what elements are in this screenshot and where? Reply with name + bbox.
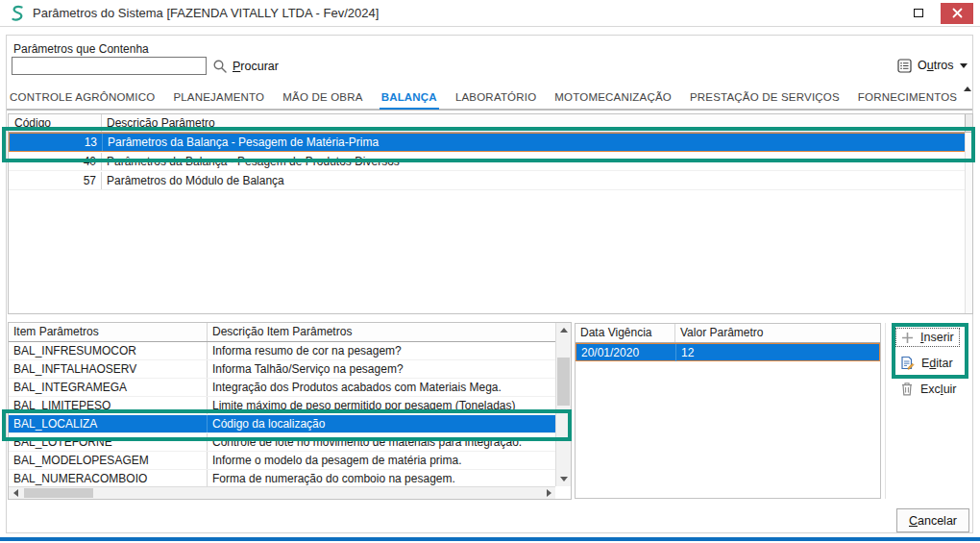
vertical-scrollbar[interactable] [555, 323, 571, 486]
vigencia-table: Data Vigência Valor Parâmetro 20/01/2020… [575, 323, 881, 499]
search-icon [212, 59, 228, 74]
scrollbar-track[interactable] [965, 114, 972, 313]
inserir-button[interactable]: Inserir [895, 328, 960, 347]
cell-item: BAL_INFRESUMOCOR [9, 342, 208, 359]
list-item[interactable]: BAL_NUMERACOMBOIO Forma de numeração do … [9, 470, 555, 486]
item-table-body: BAL_INFRESUMOCOR Informa resumo de cor n… [9, 342, 555, 486]
cell-descricao: Parâmetros do Módulo de Balança [102, 172, 972, 189]
cell-codigo: 57 [9, 172, 102, 189]
cell-item-descricao: Limite máximo de peso permitido por pesa… [208, 397, 555, 414]
parametros-table: Código Descrição Parâmetro 13 Parâmetros… [8, 113, 973, 314]
editar-label: Editar [921, 357, 953, 370]
tab-laboratorio[interactable]: LABORATÓRIO [453, 85, 538, 110]
cell-data-vigencia: 20/01/2020 [576, 344, 676, 361]
tab-balanca[interactable]: BALANÇA [380, 85, 439, 110]
cell-item: BAL_MODELOPESAGEM [9, 452, 208, 469]
close-button[interactable] [941, 3, 973, 24]
inserir-label: Inserir [920, 331, 954, 344]
tab-planejamento[interactable]: PLANEJAMENTO [171, 85, 266, 110]
excluir-button[interactable]: Excluir [895, 380, 962, 398]
table-row[interactable]: 57 Parâmetros do Módulo de Balança [9, 171, 972, 190]
editar-button[interactable]: Editar [895, 354, 958, 372]
scrollbar-cap [965, 114, 972, 133]
cell-item: BAL_INFTALHAOSERV [9, 360, 208, 378]
tab-fornecimentos[interactable]: FORNECIMENTOS [856, 85, 959, 110]
scroll-right-icon[interactable] [542, 487, 555, 499]
cell-item-descricao: Controle de lote no movimento de materia… [208, 433, 555, 451]
cell-codigo: 13 [10, 134, 103, 151]
list-item[interactable]: BAL_INTEGRAMEGA Integração dos Produtos … [9, 379, 555, 397]
tab-bar: CONTROLE AGRÔNOMICO PLANEJAMENTO MÃO DE … [8, 85, 972, 110]
cell-item-descricao: Código da localização [208, 415, 555, 432]
horizontal-scrollbar[interactable] [9, 486, 555, 499]
search-input[interactable] [12, 57, 207, 75]
search-label: Parâmetros que Contenha [13, 42, 149, 56]
list-item[interactable]: BAL_LIMITEPESO Limite máximo de peso per… [9, 397, 555, 415]
list-item[interactable]: BAL_INFRESUMOCOR Informa resumo de cor n… [9, 342, 555, 360]
trash-icon [900, 382, 914, 396]
excluir-label: Excluir [920, 383, 957, 396]
tab-prestacao-de-servicos[interactable]: PRESTAÇÃO DE SERVIÇOS [688, 85, 842, 110]
title-bar: Parâmetros do Sistema [FAZENDA VITALLY L… [0, 0, 980, 27]
tab-controle-agronomico[interactable]: CONTROLE AGRÔNOMICO [8, 85, 157, 110]
scroll-left-icon[interactable] [9, 487, 22, 499]
table-row[interactable]: 13 Parâmetros da Balança - Pesagem de Ma… [9, 133, 972, 152]
maximize-button[interactable] [904, 3, 933, 24]
scroll-down-icon[interactable] [556, 472, 571, 486]
list-item[interactable]: BAL_MODELOPESAGEM Informe o modelo da pe… [9, 452, 555, 470]
edit-icon [900, 356, 915, 370]
search-button-label: Procurar [233, 60, 279, 73]
column-header-codigo[interactable]: Código [9, 114, 102, 132]
item-table-header: Item Parâmetros Descrição Item Parâmetro… [9, 323, 571, 342]
window-bottom-edge [0, 537, 980, 541]
list-item[interactable]: BAL_INFTALHAOSERV Informa Talhão/Serviço… [9, 360, 555, 379]
search-button[interactable]: Procurar [212, 56, 279, 77]
item-parametros-table: Item Parâmetros Descrição Item Parâmetro… [8, 322, 572, 500]
column-header-descricao-item[interactable]: Descrição Item Parâmetros [208, 323, 571, 341]
cell-item: BAL_NUMERACOMBOIO [9, 470, 208, 486]
app-logo-icon [10, 5, 25, 22]
outros-button[interactable]: Outros [894, 53, 971, 78]
maximize-icon [914, 9, 923, 17]
tab-mao-de-obra[interactable]: MÃO DE OBRA [281, 85, 364, 110]
column-header-descricao-parametro[interactable]: Descrição Parâmetro [102, 114, 972, 132]
cell-descricao: Parâmetros da Balança - Pesagem de Produ… [102, 153, 972, 170]
parametros-do-sistema-window: Parâmetros do Sistema [FAZENDA VITALLY L… [0, 0, 980, 543]
parametros-table-header: Código Descrição Parâmetro [9, 114, 972, 133]
plus-icon [901, 332, 914, 344]
cell-item: BAL_INTEGRAMEGA [9, 379, 208, 396]
cancel-label: Cancelar [909, 514, 957, 528]
cell-descricao: Parâmetros da Balança - Pesagem de Matér… [103, 134, 971, 151]
tab-motomecanizacao[interactable]: MOTOMECANIZAÇÃO [552, 85, 674, 110]
cell-item-descricao: Informa Talhão/Serviço na pesagem? [208, 360, 555, 378]
scrollbar-thumb[interactable] [557, 358, 570, 406]
panel-divider [885, 323, 886, 499]
chevron-down-icon [960, 63, 968, 68]
scroll-up-icon[interactable] [556, 323, 571, 337]
vigencia-table-header: Data Vigência Valor Parâmetro [576, 324, 880, 343]
cell-item: BAL_LOCALIZA [9, 415, 208, 432]
outros-button-label: Outros [918, 59, 954, 72]
cancel-button[interactable]: Cancelar [896, 508, 969, 532]
cell-item: BAL_LOTEFORNE [9, 433, 208, 451]
list-icon [897, 59, 912, 73]
cell-codigo: 40 [9, 153, 102, 170]
cell-item-descricao: Integração dos Produtos acabados com Mat… [208, 379, 555, 396]
scrollbar-thumb[interactable] [24, 488, 93, 498]
cell-item-descricao: Forma de numeração do comboio na pesagem… [208, 470, 555, 486]
cell-valor-parametro: 12 [676, 344, 879, 361]
tab-overflow-icon[interactable] [964, 86, 971, 91]
cell-item: BAL_LIMITEPESO [9, 397, 208, 414]
cell-item-descricao: Informa resumo de cor na pesagem? [208, 342, 555, 359]
table-row[interactable]: 40 Parâmetros da Balança - Pesagem de Pr… [9, 152, 972, 171]
list-item[interactable]: BAL_LOTEFORNE Controle de lote no movime… [9, 433, 555, 452]
close-icon [952, 8, 963, 18]
cell-item-descricao: Informe o modelo da pesagem de matéria p… [208, 452, 555, 469]
column-header-item-parametros[interactable]: Item Parâmetros [9, 323, 208, 341]
table-row[interactable]: 20/01/2020 12 [576, 343, 880, 361]
window-title: Parâmetros do Sistema [FAZENDA VITALLY L… [33, 6, 379, 20]
column-header-data-vigencia[interactable]: Data Vigência [576, 324, 675, 342]
column-header-valor-parametro[interactable]: Valor Parâmetro [675, 324, 880, 342]
list-item[interactable]: BAL_LOCALIZA Código da localização [9, 415, 555, 433]
